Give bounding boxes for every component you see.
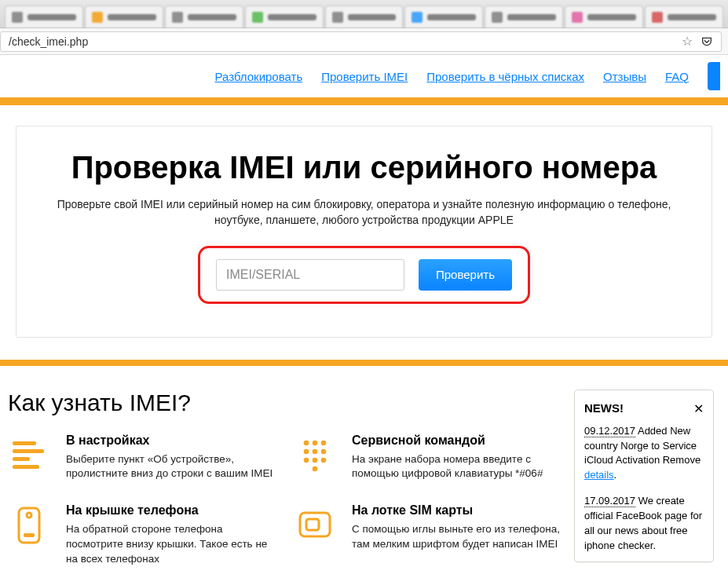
nav-link-check-blacklist[interactable]: Проверить в чёрных списках xyxy=(426,70,584,83)
news-title: NEWS! xyxy=(584,400,624,417)
howto-item-text: На экране набора номера введите с помощь… xyxy=(352,452,564,482)
close-icon[interactable]: ✕ xyxy=(693,400,704,418)
howto-item-title: На крышке телефона xyxy=(66,503,278,518)
nav-link-check-imei[interactable]: Проверить IMEI xyxy=(321,70,408,83)
nav-link-unlock[interactable]: Разблокировать xyxy=(215,70,303,83)
browser-tab[interactable] xyxy=(645,5,723,27)
svg-point-12 xyxy=(321,457,327,463)
bookmark-star-icon[interactable]: ☆ xyxy=(682,32,693,51)
phone-back-icon xyxy=(8,503,50,546)
svg-rect-18 xyxy=(306,519,319,530)
news-item: 17.09.2017 We create official FaceBook p… xyxy=(584,494,704,553)
svg-point-11 xyxy=(313,457,318,463)
cta-button-cropped[interactable] xyxy=(708,62,720,90)
news-date: 17.09.2017 xyxy=(584,495,635,507)
howto-item-title: Сервисной командой xyxy=(352,434,564,448)
svg-point-6 xyxy=(321,440,327,445)
address-text: /check_imei.php xyxy=(9,32,88,51)
svg-rect-0 xyxy=(13,441,36,445)
svg-rect-1 xyxy=(13,449,44,453)
browser-tab[interactable] xyxy=(325,5,404,27)
howto-item-text: Выберите пункт «Об устройстве», пролистн… xyxy=(66,452,278,482)
dialpad-icon xyxy=(294,434,336,476)
orange-divider xyxy=(0,360,728,366)
browser-tab[interactable] xyxy=(165,5,243,27)
news-date: 09.12.2017 xyxy=(584,425,635,437)
browser-tab[interactable] xyxy=(404,5,483,27)
howto-item-phone-back: На крышке телефона На обратной стороне т… xyxy=(66,503,278,567)
settings-list-icon xyxy=(8,434,50,476)
nav-link-reviews[interactable]: Отзывы xyxy=(603,70,646,83)
svg-point-10 xyxy=(304,457,309,463)
address-input[interactable]: /check_imei.php ☆ xyxy=(0,31,722,52)
browser-tab[interactable] xyxy=(485,5,563,27)
svg-rect-2 xyxy=(13,457,30,461)
svg-rect-3 xyxy=(13,465,39,469)
browser-tab[interactable] xyxy=(5,5,83,27)
imei-input[interactable] xyxy=(216,259,404,291)
howto-item-text: С помощью иглы выньте его из телефона, т… xyxy=(352,522,564,552)
news-link-details[interactable]: details xyxy=(584,469,614,481)
howto-item-title: В настройках xyxy=(66,434,278,448)
howto-item-text: На обратной стороне телефона посмотрите … xyxy=(66,522,278,567)
imei-check-card: Проверка IMEI или серийного номера Прове… xyxy=(16,126,712,338)
pocket-icon[interactable] xyxy=(701,35,713,49)
svg-point-8 xyxy=(313,448,318,454)
news-box: NEWS! ✕ 09.12.2017 Added New country Nor… xyxy=(574,390,714,562)
news-item: 09.12.2017 Added New country Norge to Se… xyxy=(584,424,704,483)
browser-tab[interactable] xyxy=(85,5,163,27)
howto-section: Как узнать IMEI? В настройках Выберите п… xyxy=(0,366,728,567)
check-button[interactable]: Проверить xyxy=(419,259,512,291)
browser-tab[interactable] xyxy=(245,5,324,27)
nav-link-faq[interactable]: FAQ xyxy=(665,70,689,83)
howto-item-title: На лотке SIM карты xyxy=(352,503,564,518)
svg-rect-16 xyxy=(24,533,35,537)
svg-point-7 xyxy=(304,448,309,454)
svg-point-4 xyxy=(304,440,309,445)
top-nav: Разблокировать Проверить IMEI Проверить … xyxy=(0,55,728,97)
howto-item-service-command: Сервисной командой На экране набора номе… xyxy=(352,434,564,482)
svg-point-5 xyxy=(313,440,318,445)
svg-rect-17 xyxy=(300,513,330,536)
address-bar: /check_imei.php ☆ xyxy=(0,28,728,55)
howto-item-sim-tray: На лотке SIM карты С помощью иглы выньте… xyxy=(352,503,564,552)
browser-tab[interactable] xyxy=(565,5,643,27)
imei-form-highlight: Проверить xyxy=(198,246,530,304)
orange-divider xyxy=(0,97,728,105)
page-title: Проверка IMEI или серийного номера xyxy=(32,150,696,185)
browser-tab-strip xyxy=(0,0,728,28)
page-description: Проверьте свой IMEI или серийный номер н… xyxy=(32,196,696,229)
svg-point-15 xyxy=(27,513,31,518)
svg-point-13 xyxy=(313,466,318,471)
svg-point-9 xyxy=(321,448,327,454)
sim-tray-icon xyxy=(294,503,336,546)
howto-item-settings: В настройках Выберите пункт «Об устройст… xyxy=(66,434,278,482)
